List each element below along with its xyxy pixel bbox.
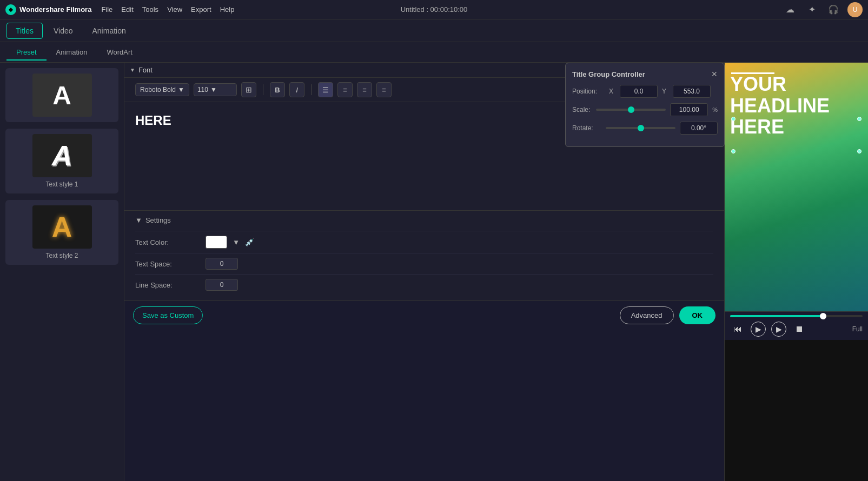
app-name: Wondershare Filmora [19, 5, 91, 14]
settings-section: ▼ Settings Text Color: ▼ 💉 Text Space: L… [124, 210, 724, 300]
play-btn[interactable]: ▶ [771, 322, 786, 337]
list-item[interactable]: A Text style 2 [5, 200, 118, 265]
text-columns-btn[interactable]: ⊞ [241, 82, 256, 97]
headphones-icon[interactable]: 🎧 [826, 2, 841, 17]
line-space-input[interactable] [206, 279, 238, 291]
play-pause-btn[interactable]: ▶ [751, 322, 766, 337]
handle-top-left[interactable] [731, 117, 736, 121]
editor-bottom: Save as Custom Advanced OK [124, 300, 724, 330]
x-input[interactable] [620, 85, 658, 98]
rotate-slider[interactable] [606, 127, 675, 129]
playback-bar: ⏮ ▶ ▶ ⏹ Full [725, 311, 868, 340]
italic-btn[interactable]: I [289, 82, 304, 97]
preview-image: YOUR HEADLINE HERE [725, 63, 868, 311]
tab-titles[interactable]: Titles [6, 23, 43, 39]
text-space-label: Text Space: [135, 260, 200, 268]
text-space-input[interactable] [206, 258, 238, 270]
align-right-btn[interactable]: ≡ [357, 82, 372, 97]
font-section-arrow: ▼ [130, 67, 135, 73]
menu-file[interactable]: File [101, 5, 112, 14]
scale-slider[interactable] [596, 109, 666, 111]
save-custom-button[interactable]: Save as Custom [133, 306, 203, 324]
font-section-label: Font [138, 66, 153, 74]
left-panel: A A Text style 1 A Text style 2 [0, 63, 124, 481]
position-row: Position: X Y [572, 85, 718, 98]
preview-line-2: HEADLINE [730, 95, 863, 117]
stop-btn[interactable]: ⏹ [792, 322, 807, 337]
sub-tab-preset[interactable]: Preset [6, 44, 47, 61]
text-style-preview-1: A [32, 134, 92, 177]
title-group-controller: Title Group Controller ✕ Position: X Y S… [565, 63, 725, 147]
align-center-btn[interactable]: ≡ [337, 82, 353, 97]
sub-tab-wordart[interactable]: WordArt [97, 44, 142, 61]
ok-button[interactable]: OK [679, 306, 716, 324]
menu-view[interactable]: View [167, 5, 182, 14]
align-left-btn[interactable]: ☰ [318, 82, 333, 97]
controller-close-button[interactable]: ✕ [711, 70, 718, 78]
settings-header[interactable]: ▼ Settings [135, 216, 713, 224]
settings-icon[interactable]: ✦ [804, 2, 819, 17]
menu-tools[interactable]: Tools [142, 5, 158, 14]
controller-header: Title Group Controller ✕ [572, 70, 718, 78]
toolbar-divider-2 [311, 84, 312, 95]
text-space-row: Text Space: [135, 253, 713, 274]
settings-arrow: ▼ [135, 216, 142, 224]
preview-line-3: HERE [730, 116, 863, 138]
playback-controls: ⏮ ▶ ▶ ⏹ Full [730, 322, 863, 337]
line-space-row: Line Space: [135, 274, 713, 295]
eyedropper-btn[interactable]: 💉 [245, 238, 254, 246]
bold-btn[interactable]: B [270, 82, 285, 97]
text-style-label-2: Text style 2 [45, 252, 78, 259]
step-back-btn[interactable]: ⏮ [730, 322, 745, 337]
toolbar-divider-1 [263, 84, 263, 95]
fullscreen-btn[interactable]: Full [852, 325, 863, 333]
text-style-preview-default: A [32, 74, 92, 117]
font-size-arrow: ▼ [210, 86, 217, 93]
rotate-label: Rotate: [572, 124, 601, 132]
color-dropdown-btn[interactable]: ▼ [233, 238, 240, 246]
menu-right: ☁ ✦ 🎧 U [783, 2, 863, 17]
scale-input[interactable] [670, 103, 708, 116]
y-label: Y [662, 88, 668, 95]
cloud-icon[interactable]: ☁ [783, 2, 798, 17]
text-style-label-1: Text style 1 [45, 181, 78, 188]
font-family-select[interactable]: Roboto Bold ▼ [135, 83, 189, 96]
menu-bar: ◆ Wondershare Filmora File Edit Tools Vi… [0, 0, 868, 19]
handle-mid-left[interactable] [731, 149, 736, 153]
text-color-label: Text Color: [135, 238, 200, 246]
handle-mid-right[interactable] [857, 149, 862, 153]
list-item[interactable]: A [5, 68, 118, 122]
font-size-select[interactable]: 110 ▼ [194, 83, 237, 96]
progress-thumb[interactable] [820, 313, 826, 319]
scale-unit: % [712, 106, 718, 113]
sub-tab-animation[interactable]: Animation [47, 44, 97, 61]
user-avatar[interactable]: U [847, 2, 863, 17]
main-layout: A A Text style 1 A Text style 2 ▼ Font R… [0, 63, 868, 481]
progress-track[interactable] [730, 315, 863, 317]
y-input[interactable] [673, 85, 711, 98]
text-color-box[interactable] [206, 236, 227, 249]
x-label: X [609, 88, 615, 95]
app-logo: ◆ Wondershare Filmora [5, 4, 91, 15]
text-style-preview-2: A [32, 205, 92, 249]
scale-row: Scale: % [572, 103, 718, 116]
settings-label: Settings [145, 216, 171, 224]
scale-label: Scale: [572, 106, 592, 113]
tab-animation[interactable]: Animation [84, 23, 135, 38]
menu-edit[interactable]: Edit [121, 5, 133, 14]
menu-items: File Edit Tools View Export Help [101, 5, 234, 14]
menu-export[interactable]: Export [191, 5, 211, 14]
rotate-input[interactable] [680, 122, 718, 135]
text-color-row: Text Color: ▼ 💉 [135, 231, 713, 253]
preview-text-overlay: YOUR HEADLINE HERE [730, 74, 863, 138]
list-item[interactable]: A Text style 1 [5, 129, 118, 193]
align-justify-btn[interactable]: ≡ [376, 82, 392, 97]
tab-video[interactable]: Video [45, 23, 82, 38]
advanced-button[interactable]: Advanced [620, 306, 674, 324]
controller-title: Title Group Controller [572, 70, 645, 78]
handle-top-right[interactable] [857, 117, 862, 121]
font-select-arrow: ▼ [178, 86, 184, 93]
position-label: Position: [572, 88, 605, 95]
window-title: Untitled : 00:00:10:00 [401, 5, 468, 14]
menu-help[interactable]: Help [220, 5, 235, 14]
